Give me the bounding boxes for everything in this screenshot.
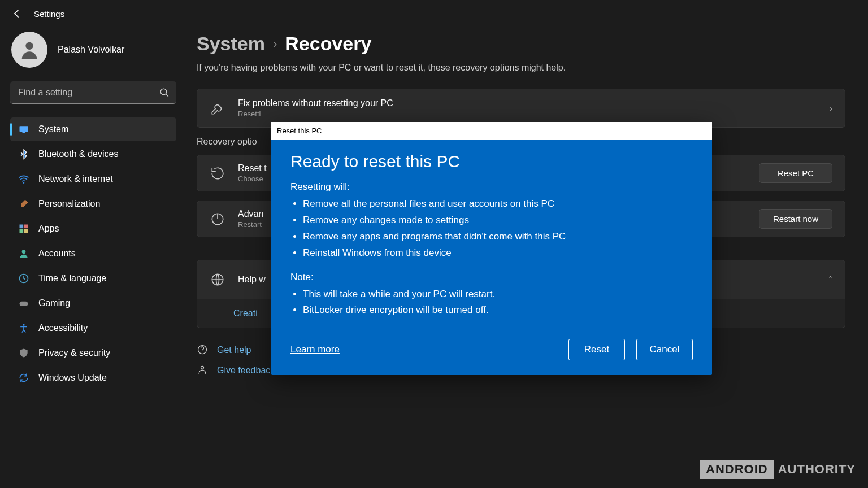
sidebar-item-label: Windows Update [38, 373, 107, 383]
breadcrumb: System › Recovery [197, 33, 845, 55]
svg-rect-2 [20, 126, 28, 132]
svg-rect-3 [23, 132, 25, 133]
svg-rect-7 [20, 229, 24, 233]
sidebar-item-label: Network & internet [38, 174, 113, 184]
sidebar-item-apps[interactable]: Apps [10, 217, 176, 241]
svg-point-9 [22, 250, 26, 254]
search-icon [159, 88, 170, 98]
sidebar-item-bluetooth[interactable]: Bluetooth & devices [10, 142, 176, 166]
chevron-up-icon: ˄ [828, 275, 832, 284]
chevron-right-icon: › [273, 37, 277, 51]
sidebar-item-label: Gaming [38, 298, 70, 308]
sidebar-item-system[interactable]: System [10, 117, 176, 141]
profile-name: Palash Volvoikar [58, 45, 124, 55]
brush-icon [18, 198, 29, 210]
svg-rect-6 [24, 225, 28, 229]
wifi-icon [18, 173, 29, 185]
sidebar-item-shield[interactable]: Privacy & security [10, 341, 176, 365]
sidebar-item-clock[interactable]: Time & language [10, 267, 176, 290]
dialog-note-label: Note: [290, 272, 693, 283]
card-subtitle: Resetti [238, 110, 817, 118]
page-subtitle: If you're having problems with your PC o… [197, 63, 845, 73]
gamepad-icon [18, 298, 29, 309]
back-button[interactable] [11, 8, 23, 19]
app-title: Settings [34, 9, 64, 19]
dialog-heading: Ready to reset this PC [290, 152, 693, 171]
give-feedback-link[interactable]: Give feedback [217, 365, 275, 376]
breadcrumb-current: Recovery [285, 33, 371, 55]
get-help-link[interactable]: Get help [217, 345, 251, 355]
learn-more-link[interactable]: Learn more [290, 344, 340, 355]
update-icon [18, 372, 29, 384]
sidebar-item-person[interactable]: Accounts [10, 242, 176, 265]
sidebar-item-label: Privacy & security [38, 348, 110, 358]
dialog-resetting-label: Resetting will: [290, 181, 693, 193]
dialog-list-item: Remove all the personal files and user a… [303, 196, 693, 212]
system-icon [18, 124, 29, 135]
cancel-button[interactable]: Cancel [636, 339, 693, 360]
sidebar-item-accessibility[interactable]: Accessibility [10, 316, 176, 340]
sidebar-item-label: Apps [38, 224, 59, 234]
sidebar-item-update[interactable]: Windows Update [10, 366, 176, 390]
sidebar-item-label: Personalization [38, 199, 100, 209]
reset-pc-dialog: Reset this PC Ready to reset this PC Res… [271, 122, 712, 375]
dialog-list-item: This will take a while and your PC will … [303, 286, 693, 303]
reset-pc-button[interactable]: Reset PC [759, 163, 832, 183]
svg-rect-11 [20, 302, 28, 306]
profile-block[interactable]: Palash Volvoikar [10, 32, 176, 68]
watermark: ANDROID AUTHORITY [700, 460, 856, 479]
sidebar-item-label: Bluetooth & devices [38, 149, 118, 159]
svg-point-4 [23, 182, 25, 184]
svg-rect-5 [20, 225, 24, 229]
feedback-icon [197, 364, 209, 377]
avatar [11, 32, 47, 68]
sidebar-item-gamepad[interactable]: Gaming [10, 291, 176, 315]
dialog-list-item: Remove any apps and programs that didn't… [303, 229, 693, 245]
accessibility-icon [18, 323, 29, 334]
help-link[interactable]: Creati [233, 308, 258, 318]
sidebar-item-brush[interactable]: Personalization [10, 192, 176, 216]
globe-icon [210, 272, 225, 287]
dialog-list-item: BitLocker drive encryption will be turne… [303, 302, 693, 319]
svg-point-1 [160, 89, 167, 95]
sidebar-item-wifi[interactable]: Network & internet [10, 167, 176, 191]
bluetooth-icon [18, 149, 29, 160]
sidebar-item-label: Accessibility [38, 323, 88, 333]
sidebar-item-label: Accounts [38, 249, 76, 259]
sidebar-item-label: Time & language [38, 273, 106, 284]
svg-point-0 [25, 42, 33, 50]
card-title: Fix problems without resetting your PC [238, 98, 817, 108]
restart-now-button[interactable]: Restart now [759, 209, 832, 229]
search-input[interactable] [10, 81, 176, 104]
apps-icon [18, 223, 29, 234]
chevron-right-icon: › [830, 104, 832, 113]
person-icon [18, 248, 29, 259]
reset-button[interactable]: Reset [568, 339, 625, 360]
breadcrumb-parent[interactable]: System [197, 33, 265, 55]
svg-point-12 [23, 324, 24, 326]
dialog-titlebar: Reset this PC [271, 122, 712, 140]
svg-point-16 [201, 366, 204, 369]
power-icon [210, 211, 225, 227]
reset-icon [210, 165, 225, 181]
shield-icon [18, 347, 29, 359]
clock-icon [18, 273, 29, 284]
dialog-list-item: Reinstall Windows from this device [303, 245, 693, 262]
svg-rect-8 [24, 229, 28, 233]
dialog-list-item: Remove any changes made to settings [303, 212, 693, 229]
help-icon [197, 344, 209, 356]
sidebar-item-label: System [38, 124, 68, 134]
wrench-icon [210, 101, 225, 116]
